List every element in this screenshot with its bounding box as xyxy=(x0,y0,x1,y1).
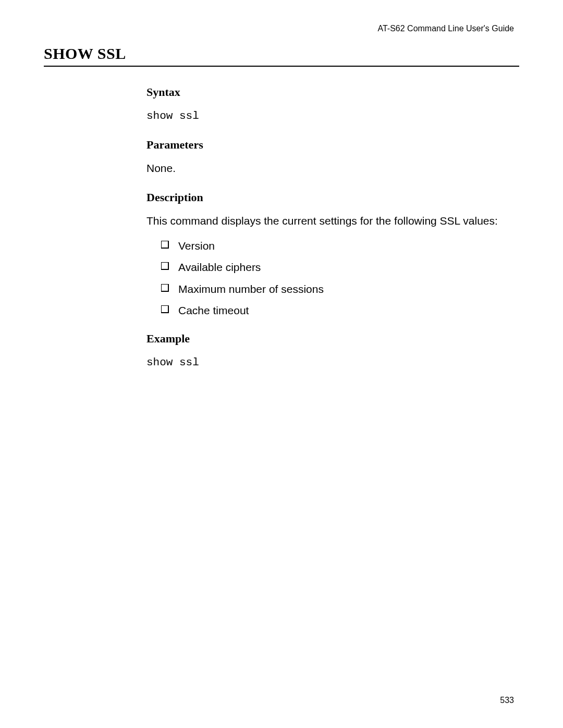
list-item-label: Version xyxy=(178,239,215,253)
description-body: This command displays the current settin… xyxy=(146,214,511,228)
bullet-icon xyxy=(161,241,169,249)
syntax-heading: Syntax xyxy=(146,85,511,99)
parameters-heading: Parameters xyxy=(146,138,511,152)
list-item: Version xyxy=(161,239,511,253)
bullet-icon xyxy=(161,262,169,270)
list-item-label: Maximum number of sessions xyxy=(178,282,324,296)
description-list: Version Available ciphers Maximum number… xyxy=(161,239,511,317)
page-number: 533 xyxy=(500,696,514,705)
page: AT-S62 Command Line User's Guide SHOW SS… xyxy=(0,0,563,728)
list-item: Maximum number of sessions xyxy=(161,282,511,296)
syntax-body: show ssl xyxy=(146,108,511,124)
example-heading: Example xyxy=(146,332,511,346)
list-item: Available ciphers xyxy=(161,260,511,274)
description-heading: Description xyxy=(146,191,511,204)
list-item-label: Cache timeout xyxy=(178,303,249,317)
parameters-body: None. xyxy=(146,161,511,176)
list-item: Cache timeout xyxy=(161,303,511,317)
page-title: SHOW SSL xyxy=(44,45,519,67)
content-area: Syntax show ssl Parameters None. Descrip… xyxy=(146,85,511,371)
list-item-label: Available ciphers xyxy=(178,260,261,274)
example-body: show ssl xyxy=(146,355,511,370)
bullet-icon xyxy=(161,305,169,313)
bullet-icon xyxy=(161,284,169,292)
doc-header: AT-S62 Command Line User's Guide xyxy=(377,24,514,33)
